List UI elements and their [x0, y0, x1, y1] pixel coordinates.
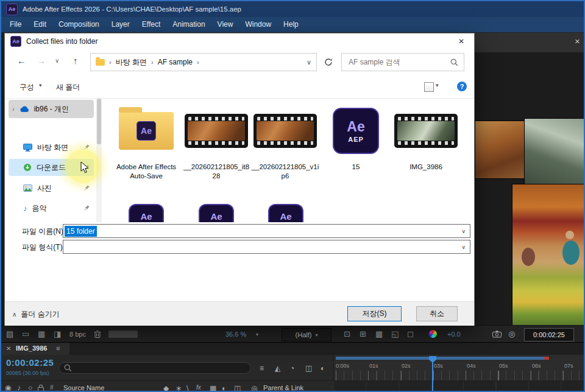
menu-file[interactable]: File	[4, 17, 27, 32]
collapse-switch-icon[interactable]: ∗	[176, 384, 182, 392]
tab-close-icon[interactable]: ✕	[6, 345, 11, 352]
sidebar-item-music[interactable]: ♪ 음악	[9, 200, 94, 217]
panel-close-icon[interactable]: ✕	[575, 38, 580, 46]
breadcrumb-caret-icon[interactable]: ∨	[307, 58, 311, 66]
file-item-partial-aep[interactable]: Ae	[129, 204, 164, 222]
motion-blur-switch-icon[interactable]: ◐	[222, 384, 226, 392]
save-button[interactable]: 저장(S)	[347, 306, 402, 321]
menu-view[interactable]: View	[211, 17, 239, 32]
list-view-icon[interactable]: ▤	[6, 330, 13, 338]
file-item-clip2[interactable]: __202602121805_v1ip6	[251, 100, 319, 181]
menu-composition[interactable]: Composition	[52, 17, 105, 32]
audio-icon[interactable]: ♪	[17, 383, 21, 392]
scrollbar-thumb[interactable]	[97, 99, 101, 144]
dialog-search-box[interactable]	[341, 53, 464, 71]
menu-edit[interactable]: Edit	[27, 17, 52, 32]
zoom-caret-icon[interactable]: ▾	[256, 332, 258, 337]
file-type-dropdown[interactable]: ∨	[63, 240, 470, 254]
pickwhip-icon[interactable]: ◎	[251, 384, 257, 392]
source-name-column[interactable]: Source Name	[63, 384, 104, 391]
lock-icon[interactable]	[38, 387, 44, 392]
tab-menu-icon[interactable]: ≡	[56, 345, 60, 352]
snapshot-camera-icon[interactable]	[492, 331, 502, 338]
trash-icon[interactable]	[94, 330, 101, 338]
safe-guides-icon[interactable]: ⊡	[344, 330, 350, 338]
menu-help[interactable]: Help	[277, 17, 305, 32]
exposure-value[interactable]: +0.0	[447, 331, 461, 338]
timeline-tab-label[interactable]: IMG_3986	[16, 345, 47, 352]
file-item-clip3[interactable]: IMG_3986	[392, 100, 460, 172]
bit-depth-label[interactable]: 8 bpc	[69, 331, 86, 338]
menu-effect[interactable]: Effect	[136, 17, 166, 32]
fx-switch-icon[interactable]: fx	[196, 384, 201, 391]
shy-layers-icon[interactable]: ◔	[290, 364, 294, 373]
breadcrumb-sep-icon: ›	[151, 58, 154, 66]
refresh-icon[interactable]	[324, 58, 333, 66]
hide-folders-button[interactable]: ∧ 폴더 숨기기	[12, 309, 60, 320]
solo-icon[interactable]: ○	[28, 383, 32, 392]
breadcrumb[interactable]: › 바탕 화면 › AF sample › ∨	[90, 53, 317, 71]
breadcrumb-sep-icon: ›	[109, 58, 112, 66]
dialog-search-input[interactable]	[347, 57, 447, 67]
forward-button[interactable]: →	[37, 55, 46, 66]
quality-switch-icon[interactable]: ◆	[163, 384, 169, 392]
file-name-input[interactable]: 15 folder ∨	[63, 224, 470, 238]
zoom-level[interactable]: 36.6 %	[225, 331, 246, 338]
mask-visibility-icon[interactable]: ◱	[391, 330, 399, 338]
show-snapshot-icon[interactable]: ◎	[508, 330, 515, 338]
transparency-switch-icon[interactable]: ▦	[210, 384, 216, 392]
file-name-caret-icon[interactable]: ∨	[461, 228, 466, 234]
panel-extra-icon[interactable]: ◨	[54, 330, 61, 338]
view-mode-icon[interactable]	[424, 82, 434, 92]
current-timecode[interactable]: 0:00:02:25	[6, 357, 54, 368]
file-item-partial-aep[interactable]: Ae	[199, 204, 234, 222]
project-slider[interactable]	[108, 331, 138, 338]
eye-icon[interactable]: ◉	[5, 383, 11, 392]
timeline-search-box[interactable]	[58, 362, 251, 374]
file-item-autosave-folder[interactable]: Ae Adobe After Effects Auto-Save	[112, 100, 180, 181]
timeline-search-input[interactable]	[76, 364, 246, 373]
new-folder-project-icon[interactable]: ▭	[22, 330, 29, 338]
motion-blur-icon[interactable]: ◐	[321, 364, 325, 373]
transparency-grid-icon[interactable]: ▦	[375, 330, 383, 338]
file-type-caret-icon[interactable]: ∨	[461, 244, 466, 250]
dialog-close-button[interactable]: ✕	[448, 33, 474, 49]
up-button[interactable]: ↑	[73, 55, 78, 66]
view-mode-caret-icon[interactable]: ▾	[436, 82, 439, 88]
resolution-dropdown[interactable]: (Half) ▾	[282, 328, 332, 341]
menu-animation[interactable]: Animation	[166, 17, 211, 32]
film-holes	[398, 141, 454, 145]
organize-button[interactable]: 구성	[20, 82, 34, 93]
frame-blend-switch-icon[interactable]: ◫	[234, 384, 241, 392]
draft-switch-icon[interactable]: \	[186, 384, 188, 392]
ruler-label: 03s	[434, 363, 443, 369]
file-item-partial-aep[interactable]: Ae	[268, 204, 303, 222]
back-button[interactable]: ←	[17, 55, 26, 66]
expander-icon[interactable]: ›	[12, 105, 15, 113]
parent-link-column[interactable]: Parent & Link	[263, 384, 303, 391]
breadcrumb-af-sample[interactable]: AF sample	[158, 58, 193, 66]
timeline-lane[interactable]	[333, 381, 585, 392]
cancel-button[interactable]: 취소	[416, 306, 458, 321]
comp-flowchart-icon[interactable]: ≡	[260, 364, 264, 373]
grid-icon[interactable]: ⊞	[360, 330, 366, 338]
region-of-interest-icon[interactable]: ◻	[407, 330, 414, 338]
new-composition-icon[interactable]: ▦	[38, 330, 45, 338]
draft-3d-icon[interactable]: ◭	[275, 364, 280, 373]
menu-window[interactable]: Window	[239, 17, 277, 32]
file-item-aep[interactable]: Ae AEP 15	[322, 100, 390, 172]
work-area-bar[interactable]	[336, 357, 544, 360]
file-item-clip1[interactable]: __202602121805_it828	[182, 100, 250, 181]
breadcrumb-desktop[interactable]: 바탕 화면	[116, 57, 147, 68]
resolution-caret-icon: ▾	[315, 332, 317, 338]
timeline-ruler[interactable]: 0:00s 01s 02s 03s 04s 05s 06s 07s	[333, 355, 585, 380]
preview-timecode: 0:00:02:25	[524, 328, 574, 341]
help-button[interactable]: ?	[457, 82, 467, 91]
new-folder-button[interactable]: 새 폴더	[56, 82, 80, 93]
recent-locations-icon[interactable]: ∨	[55, 57, 59, 64]
menu-layer[interactable]: Layer	[105, 17, 136, 32]
sidebar-item-onedrive[interactable]: › ib96 - 개인	[9, 100, 94, 118]
channel-color-icon[interactable]	[429, 330, 437, 338]
work-area-end-marker[interactable]	[544, 357, 549, 360]
frame-blending-icon[interactable]: ◫	[305, 364, 312, 373]
